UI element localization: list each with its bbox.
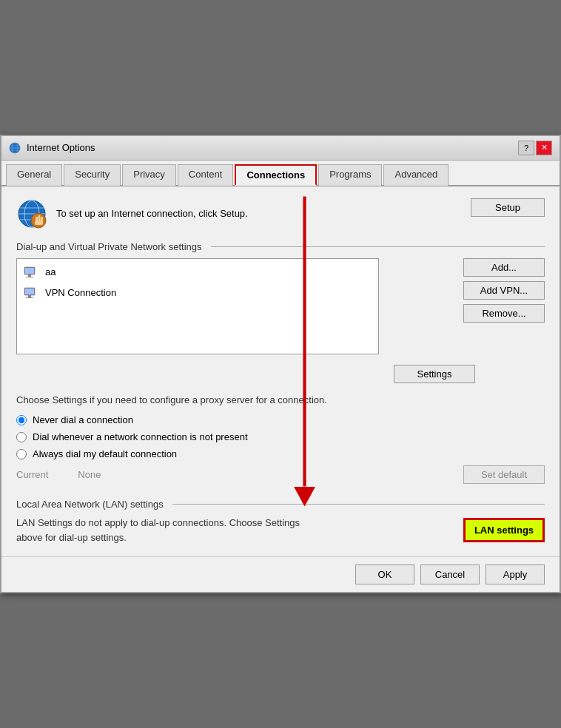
lan-section: Local Area Network (LAN) settings LAN Se… [16, 499, 545, 545]
setup-row: To set up an Internet connection, click … [16, 198, 545, 229]
tab-connections[interactable]: Connections [235, 164, 317, 186]
dialup-settings-button[interactable]: Settings [394, 365, 475, 383]
list-item-aa[interactable]: aa [20, 262, 375, 283]
vpn-connection-icon [23, 285, 39, 301]
svg-rect-22 [26, 297, 33, 298]
title-controls: ? ✕ [518, 141, 552, 155]
default-row: Current None Set default [16, 465, 545, 484]
globe-icon [9, 142, 21, 154]
svg-rect-14 [35, 220, 43, 225]
footer-buttons: OK Cancel Apply [1, 556, 560, 592]
apply-button[interactable]: Apply [486, 564, 545, 584]
svg-rect-16 [25, 268, 34, 274]
dialup-connection-icon [23, 264, 39, 280]
tab-security[interactable]: Security [64, 164, 121, 186]
setup-button[interactable]: Setup [471, 198, 545, 217]
tab-advanced[interactable]: Advanced [383, 164, 449, 186]
ok-button[interactable]: OK [355, 564, 414, 584]
list-item-aa-label: aa [45, 266, 56, 277]
remove-button[interactable]: Remove... [463, 304, 545, 323]
list-item-vpn[interactable]: VPN Connection [20, 283, 375, 303]
add-button[interactable]: Add... [463, 258, 545, 277]
add-vpn-button[interactable]: Add VPN... [463, 281, 545, 300]
tab-programs[interactable]: Programs [318, 164, 382, 186]
lan-settings-button[interactable]: LAN settings [463, 518, 545, 542]
dialup-list-area: aa VPN Connection [16, 258, 454, 360]
proxy-section: Choose Settings if you need to configure… [16, 394, 545, 484]
radio-group: Never dial a connection Dial whenever a … [16, 414, 545, 459]
window-title: Internet Options [27, 142, 95, 153]
internet-icon [16, 198, 47, 229]
radio-dial-when-absent: Dial whenever a network connection is no… [16, 431, 545, 442]
radio-never-dial: Never dial a connection [16, 414, 545, 425]
current-label: Current [16, 469, 48, 480]
radio-always-dial-input[interactable] [16, 449, 27, 459]
dialup-buttons: Add... Add VPN... Remove... [463, 258, 545, 360]
cancel-button[interactable]: Cancel [420, 564, 480, 584]
radio-always-dial-label: Always dial my default connection [33, 448, 177, 459]
lan-description: LAN Settings do not apply to dial-up con… [16, 516, 312, 545]
radio-dial-when-absent-input[interactable] [16, 432, 27, 442]
title-bar: Internet Options ? ✕ [1, 136, 560, 161]
setup-description: To set up an Internet connection, click … [56, 207, 462, 220]
list-item-vpn-label: VPN Connection [45, 287, 116, 298]
radio-never-dial-input[interactable] [16, 415, 27, 425]
radio-dial-when-absent-label: Dial whenever a network connection is no… [33, 431, 248, 442]
tab-content-area: To set up an Internet connection, click … [1, 186, 560, 556]
tab-general[interactable]: General [6, 164, 62, 186]
set-default-button[interactable]: Set default [463, 465, 545, 484]
none-label: None [78, 469, 101, 480]
svg-rect-17 [28, 274, 31, 277]
internet-options-dialog: Internet Options ? ✕ General Security Pr… [0, 135, 561, 593]
lan-content: LAN Settings do not apply to dial-up con… [16, 516, 545, 545]
dialup-list[interactable]: aa VPN Connection [16, 258, 379, 354]
dialup-settings-row: Settings [16, 365, 475, 383]
proxy-description: Choose Settings if you need to configure… [16, 394, 379, 407]
tabs-bar: General Security Privacy Content Connect… [1, 161, 560, 186]
close-button[interactable]: ✕ [536, 141, 552, 155]
svg-rect-20 [25, 289, 34, 294]
svg-rect-18 [26, 277, 33, 277]
svg-rect-21 [28, 295, 31, 297]
tab-privacy[interactable]: Privacy [122, 164, 176, 186]
tab-content[interactable]: Content [178, 164, 234, 186]
radio-always-dial: Always dial my default connection [16, 448, 545, 459]
help-button[interactable]: ? [518, 141, 534, 155]
title-bar-left: Internet Options [9, 142, 95, 154]
lan-section-title: Local Area Network (LAN) settings [16, 499, 545, 510]
dialup-row: aa VPN Connection Add... Add V [16, 258, 545, 360]
dialup-section-title: Dial-up and Virtual Private Network sett… [16, 241, 545, 252]
radio-never-dial-label: Never dial a connection [33, 414, 133, 425]
